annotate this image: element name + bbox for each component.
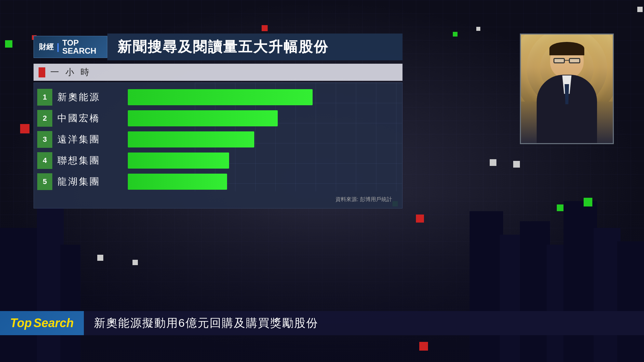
chart-row: 3 遠洋集團 — [37, 130, 395, 148]
rank-label: 3 — [37, 131, 52, 148]
chart-row: 5 龍湖集團 — [37, 172, 395, 191]
title-bar: 財經 | TOP SEARCH 新聞搜尋及閱讀量五大升幅股份 — [34, 34, 402, 60]
decorative-pixel — [584, 198, 592, 206]
logo-top-search: TOP SEARCH — [62, 39, 96, 55]
chart-container: 1 新奧能源 2 中國宏橋 3 遠洋集團 4 聯想集團 5 龍湖集團 — [34, 82, 402, 208]
chart-row: 1 新奧能源 — [37, 88, 395, 106]
bar-container — [124, 172, 395, 191]
chart-row: 4 聯想集團 — [37, 151, 395, 170]
rank-label: 2 — [37, 110, 52, 127]
bar — [128, 110, 278, 126]
building-silhouette — [0, 228, 40, 362]
rank-label: 4 — [37, 152, 52, 169]
company-name: 龍湖集團 — [57, 175, 124, 188]
bar — [128, 89, 313, 105]
time-label: 一 小 時 — [50, 66, 91, 78]
bar-container — [124, 109, 395, 127]
logo-search-text: SEARCH — [62, 47, 96, 55]
bar — [128, 174, 227, 190]
logo-top-text: TOP — [62, 39, 96, 47]
building-silhouette — [564, 201, 597, 362]
building-silhouette — [617, 241, 644, 362]
main-title: 新聞搜尋及閱讀量五大升幅股份 — [107, 34, 402, 60]
bar — [128, 153, 229, 169]
rank-label: 1 — [37, 89, 52, 106]
decorative-pixel — [513, 161, 520, 168]
building-silhouette — [520, 221, 550, 362]
ticker-content: 新奧能源擬動用6億元回購及購買獎勵股份 — [84, 311, 644, 335]
main-panel: 財經 | TOP SEARCH 新聞搜尋及閱讀量五大升幅股份 一 小 時 1 新… — [34, 34, 402, 208]
decorative-pixel — [557, 204, 564, 211]
webcam-person — [521, 35, 613, 143]
logo-divider: | — [57, 42, 59, 52]
decorative-pixel — [490, 159, 496, 166]
ticker-search-label: Search — [34, 316, 74, 330]
building-silhouette — [37, 194, 64, 362]
ticker-top-label: Top — [10, 316, 32, 330]
chart-source: 資料來源: 彭博用戶統計 — [37, 193, 395, 203]
decorative-pixel — [97, 255, 103, 261]
bar-container — [124, 151, 395, 170]
decorative-pixel — [476, 27, 480, 31]
building-silhouette — [60, 245, 80, 362]
ticker-bar: Top Search 新奧能源擬動用6億元回購及購買獎勵股份 — [0, 311, 644, 335]
webcam-overlay — [520, 34, 614, 144]
time-indicator — [39, 67, 45, 77]
company-name: 中國宏橋 — [57, 112, 124, 125]
decorative-pixel — [419, 342, 428, 351]
bar — [128, 131, 254, 147]
company-name: 聯想集團 — [57, 154, 124, 167]
logo-box: 財經 | TOP SEARCH — [34, 36, 107, 58]
company-name: 遠洋集團 — [57, 133, 124, 146]
decorative-pixel — [20, 124, 30, 133]
logo-chinese: 財經 — [39, 42, 54, 52]
building-silhouette — [470, 211, 503, 362]
ticker-label-box: Top Search — [0, 311, 84, 335]
company-name: 新奧能源 — [57, 91, 124, 104]
chart-rows: 1 新奧能源 2 中國宏橋 3 遠洋集團 4 聯想集團 5 龍湖集團 — [37, 88, 395, 191]
decorative-pixel — [416, 215, 424, 223]
time-bar: 一 小 時 — [34, 64, 402, 81]
chart-row: 2 中國宏橋 — [37, 109, 395, 127]
bar-container — [124, 130, 395, 148]
decorative-pixel — [262, 25, 268, 31]
ticker-news-text: 新奧能源擬動用6億元回購及購買獎勵股份 — [94, 315, 318, 331]
building-silhouette — [594, 228, 621, 362]
decorative-pixel — [637, 7, 643, 12]
decorative-pixel — [132, 260, 138, 265]
decorative-pixel — [453, 32, 458, 37]
rank-label: 5 — [37, 173, 52, 190]
bar-container — [124, 88, 395, 106]
decorative-pixel — [5, 40, 12, 48]
